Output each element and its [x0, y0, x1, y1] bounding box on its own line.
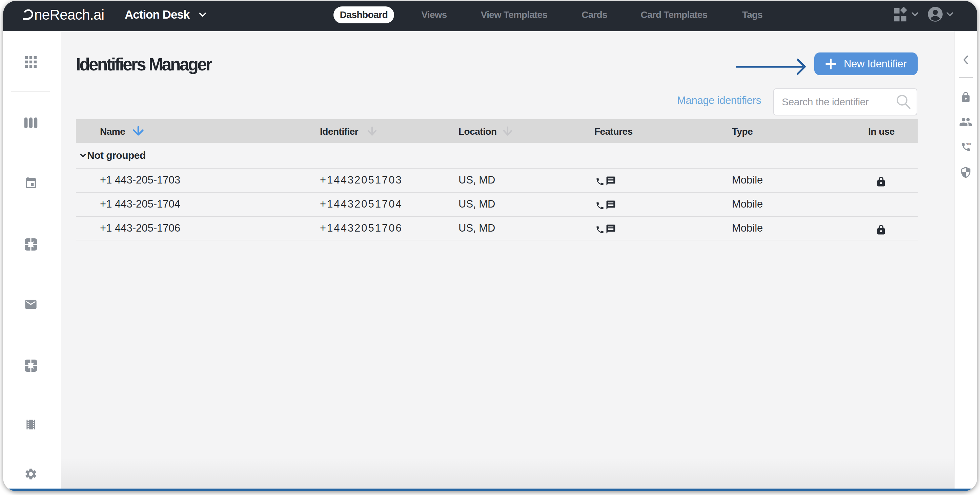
svg-text:SIP: SIP — [966, 142, 972, 146]
